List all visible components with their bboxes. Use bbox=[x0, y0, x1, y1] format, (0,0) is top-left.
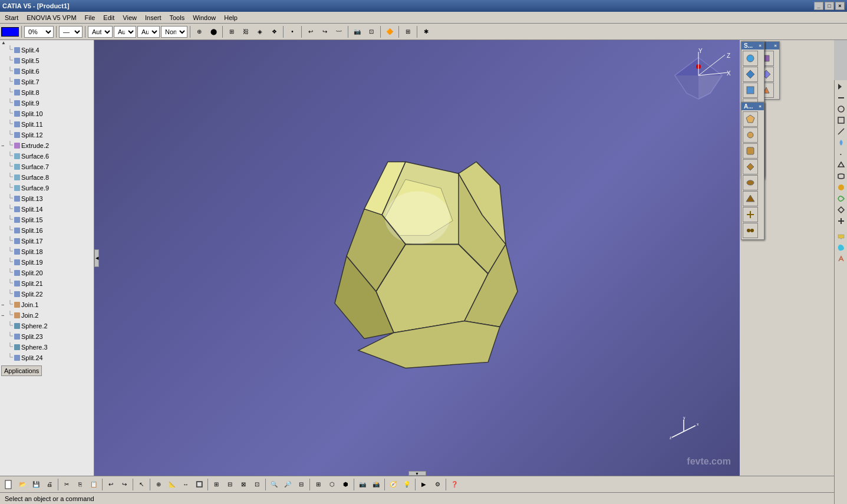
bt-new[interactable] bbox=[2, 478, 15, 491]
tb-obj-btn[interactable]: ◈ bbox=[253, 25, 266, 38]
tree-item-1[interactable]: Split.5 bbox=[0, 55, 94, 66]
vr-btn-13[interactable] bbox=[836, 216, 846, 226]
tree-item-22[interactable]: Split.21 bbox=[0, 278, 94, 289]
bt-flyout[interactable]: ⊞ bbox=[210, 478, 223, 491]
menu-tools[interactable]: Tools bbox=[166, 14, 188, 22]
tree-item-18[interactable]: Split.17 bbox=[0, 236, 94, 246]
tree-item-3[interactable]: Split.7 bbox=[0, 77, 94, 87]
scroll-bottom[interactable]: ▼ bbox=[408, 471, 426, 476]
bt-3d[interactable]: ⊡ bbox=[251, 478, 263, 491]
tb-misc-btn[interactable]: ✱ bbox=[420, 25, 433, 38]
menu-window[interactable]: Window bbox=[189, 14, 219, 22]
tree-item-25[interactable]: −Join.2 bbox=[0, 310, 94, 321]
a-panel-bot-close[interactable]: × bbox=[759, 104, 762, 109]
tree-item-0[interactable]: Split.4 bbox=[0, 45, 94, 55]
a-bot-btn-6[interactable] bbox=[743, 191, 758, 206]
auto-select-3[interactable]: Aut bbox=[137, 26, 160, 38]
a-bot-btn-7[interactable] bbox=[743, 207, 758, 222]
a-panel-bot-header[interactable]: A... × bbox=[741, 103, 764, 110]
a-bot-btn-3[interactable] bbox=[743, 143, 758, 159]
menu-start[interactable]: Start bbox=[1, 14, 22, 22]
bi-panel-close[interactable]: × bbox=[774, 43, 777, 48]
viewport-3d[interactable]: X Y Z x y z fevte.com ◀ bbox=[94, 40, 740, 476]
s-btn-3[interactable] bbox=[743, 83, 758, 98]
bt-render[interactable]: 🔲 bbox=[193, 478, 206, 491]
menu-enovia[interactable]: ENOVIA V5 VPM bbox=[23, 14, 80, 22]
vr-btn-16[interactable] bbox=[836, 253, 846, 264]
vr-btn-15[interactable] bbox=[836, 242, 846, 253]
bt-paste[interactable]: 📋 bbox=[87, 478, 100, 491]
none-select[interactable]: None bbox=[161, 26, 187, 38]
menu-insert[interactable]: Insert bbox=[141, 14, 165, 22]
tree-item-15[interactable]: Split.14 bbox=[0, 204, 94, 215]
vr-btn-7[interactable]: • bbox=[836, 149, 846, 159]
tree-item-23[interactable]: Split.22 bbox=[0, 289, 94, 299]
bt-sim[interactable]: ⚙ bbox=[431, 478, 444, 491]
zoom-select[interactable]: 0% bbox=[24, 26, 54, 38]
tree-item-17[interactable]: Split.16 bbox=[0, 225, 94, 236]
tree-item-11[interactable]: Surface.7 bbox=[0, 162, 94, 172]
tb-snap-btn[interactable]: ⊕ bbox=[193, 25, 206, 38]
tb-cam2-btn[interactable]: ⊡ bbox=[365, 25, 378, 38]
tb-render-btn[interactable]: 🔶 bbox=[383, 25, 396, 38]
tree-item-12[interactable]: Surface.8 bbox=[0, 172, 94, 183]
maximize-btn[interactable]: □ bbox=[825, 2, 834, 10]
tree-item-4[interactable]: Split.8 bbox=[0, 87, 94, 98]
bt-zoom-out[interactable]: 🔎 bbox=[281, 478, 294, 491]
tree-item-2[interactable]: Split.6 bbox=[0, 66, 94, 77]
vr-btn-12[interactable] bbox=[836, 205, 846, 215]
vr-btn-1[interactable] bbox=[836, 81, 846, 92]
bt-zoom-fit[interactable]: ⊟ bbox=[295, 478, 308, 491]
line-style-select[interactable]: — bbox=[59, 26, 83, 38]
auto-select-2[interactable]: Aut bbox=[114, 26, 136, 38]
a-bot-btn-1[interactable] bbox=[743, 111, 758, 127]
bt-redo[interactable]: ↪ bbox=[118, 478, 131, 491]
bt-multi[interactable]: ⊞ bbox=[312, 478, 325, 491]
vr-btn-4[interactable] bbox=[836, 115, 846, 126]
color-swatch[interactable] bbox=[1, 27, 19, 37]
vr-btn-11[interactable] bbox=[836, 193, 846, 204]
a-bot-btn-5[interactable] bbox=[743, 175, 758, 190]
bt-2d[interactable]: ⊠ bbox=[237, 478, 250, 491]
tree-item-13[interactable]: Surface.9 bbox=[0, 183, 94, 193]
tree-item-19[interactable]: Split.18 bbox=[0, 246, 94, 257]
s-panel-close[interactable]: × bbox=[759, 43, 762, 48]
bt-nav[interactable]: 🧭 bbox=[387, 478, 400, 491]
menu-help[interactable]: Help bbox=[220, 14, 241, 22]
titlebar-controls[interactable]: _ □ × bbox=[814, 2, 845, 10]
bt-open[interactable]: 📂 bbox=[16, 478, 29, 491]
tb-grid-btn[interactable]: ⊞ bbox=[225, 25, 238, 38]
bt-measure[interactable]: 📐 bbox=[166, 478, 179, 491]
vr-btn-14[interactable] bbox=[836, 231, 846, 242]
s-panel-header[interactable]: S... × bbox=[741, 42, 764, 50]
bt-save[interactable]: 💾 bbox=[29, 478, 42, 491]
applications-label[interactable]: Applications bbox=[1, 365, 42, 376]
tree-item-27[interactable]: Split.23 bbox=[0, 331, 94, 342]
auto-select-1[interactable]: Auto bbox=[88, 26, 113, 38]
tb-obj2-btn[interactable]: ❖ bbox=[268, 25, 281, 38]
tree-item-28[interactable]: Sphere.3 bbox=[0, 342, 94, 353]
menu-view[interactable]: View bbox=[119, 14, 140, 22]
bt-copy[interactable]: ⎘ bbox=[74, 478, 87, 491]
vr-btn-5[interactable] bbox=[836, 126, 846, 137]
minimize-btn[interactable]: _ bbox=[814, 2, 823, 10]
bt-select[interactable]: ↖ bbox=[135, 478, 148, 491]
vr-btn-3[interactable] bbox=[836, 104, 846, 114]
bt-anim[interactable]: ▶ bbox=[417, 478, 430, 491]
bt-undo[interactable]: ↩ bbox=[104, 478, 117, 491]
vr-btn-6[interactable] bbox=[836, 137, 846, 148]
scroll-left[interactable]: ◀ bbox=[94, 249, 99, 267]
bt-iso[interactable]: ⬡ bbox=[325, 478, 338, 491]
bt-cut[interactable]: ✂ bbox=[60, 478, 73, 491]
bt-light[interactable]: 💡 bbox=[400, 478, 413, 491]
tree-item-7[interactable]: Split.11 bbox=[0, 119, 94, 130]
vr-btn-9[interactable] bbox=[836, 171, 846, 182]
tree-item-5[interactable]: Split.9 bbox=[0, 98, 94, 108]
tree-item-6[interactable]: Split.10 bbox=[0, 108, 94, 119]
tree-item-8[interactable]: Split.12 bbox=[0, 130, 94, 140]
tree-item-14[interactable]: Split.13 bbox=[0, 193, 94, 204]
tree-item-29[interactable]: Split.24 bbox=[0, 353, 94, 363]
tree-item-16[interactable]: Split.15 bbox=[0, 215, 94, 225]
bt-snap[interactable]: ⊕ bbox=[152, 478, 165, 491]
tb-sphere-btn[interactable]: ⬤ bbox=[207, 25, 220, 38]
